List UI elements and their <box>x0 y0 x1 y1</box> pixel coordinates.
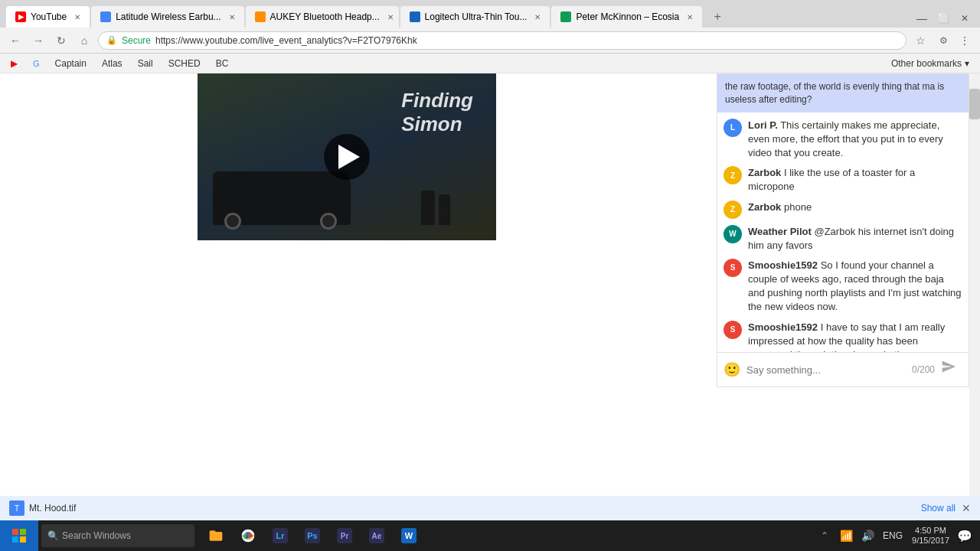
address-bar: ← → ↻ ⌂ 🔒 Secure https://www.youtube.com… <box>0 28 980 54</box>
tray-notification[interactable]: 💬 <box>956 520 974 551</box>
tray-volume[interactable]: 🔊 <box>858 520 877 551</box>
chat-text-smooshie2: Smooshie1592 I have to say that I am rea… <box>748 321 962 352</box>
taskbar-apps: Lr Ps Pr Ae W <box>198 520 427 551</box>
tray-date: 9/15/2017 <box>912 536 949 546</box>
bm-google[interactable]: G <box>28 57 44 70</box>
menu-button[interactable]: ⋮ <box>956 31 974 50</box>
play-button[interactable] <box>324 134 370 180</box>
send-button[interactable] <box>941 359 962 380</box>
taskbar-app-pr[interactable]: Pr <box>329 520 360 551</box>
svg-rect-0 <box>12 529 18 535</box>
video-brand-text: FindingSimon <box>401 89 473 136</box>
chat-input-field[interactable] <box>746 364 906 376</box>
chat-text-zarbok2: Zarbok phone <box>748 201 962 214</box>
tab-ecosia-close[interactable]: ✕ <box>687 13 693 21</box>
bm-other-label: Other bookmarks <box>891 58 962 69</box>
tab-ecosia-label: Peter McKinnon – Ecosia <box>576 11 679 22</box>
notification-filename: Mt. Hood.tif <box>29 503 76 514</box>
taskbar-app-ps[interactable]: Ps <box>297 520 328 551</box>
notification-close-button[interactable]: ✕ <box>962 502 971 514</box>
taskbar-file-explorer[interactable] <box>201 520 231 551</box>
bm-sched[interactable]: SCHED <box>164 57 205 70</box>
chat-text-lori: Lori P. This certainly makes me apprecia… <box>748 119 962 161</box>
bm-yt-icon: ▶ <box>11 58 18 69</box>
secure-icon: 🔒 <box>106 35 117 45</box>
tab-aukey-label: AUKEY Bluetooth Headp... <box>270 11 380 22</box>
taskbar-app-lightroom[interactable]: Lr <box>265 520 296 551</box>
svg-rect-3 <box>20 536 26 543</box>
bm-other-arrow: ▾ <box>965 58 969 69</box>
bm-sched-label: SCHED <box>168 58 201 69</box>
home-button[interactable]: ⌂ <box>75 31 93 50</box>
new-tab-button[interactable]: + <box>707 6 728 28</box>
show-all-button[interactable]: Show all <box>921 503 956 514</box>
tab-logitech[interactable]: Logitech Ultra-Thin Tou... ✕ <box>400 6 550 28</box>
bm-google-icon: G <box>33 59 40 68</box>
bm-bc[interactable]: BC <box>211 57 234 70</box>
taskbar: 🔍 Search Windows Lr Ps Pr Ae <box>0 520 980 551</box>
notification-bar: T Mt. Hood.tif Show all ✕ <box>0 496 980 520</box>
bm-captain-label: Captain <box>55 58 87 69</box>
tab-youtube-close[interactable]: ✕ <box>74 13 80 21</box>
bm-sail-label: Sail <box>138 58 153 69</box>
reload-button[interactable]: ↻ <box>52 31 70 50</box>
scrollbar-thumb[interactable] <box>969 89 980 119</box>
tray-chevron[interactable]: ⌃ <box>815 520 834 551</box>
tab-logitech-close[interactable]: ✕ <box>534 13 541 21</box>
avatar-smooshie2: S <box>724 321 742 339</box>
tray-language: ENG <box>880 530 906 541</box>
bm-sail[interactable]: Sail <box>133 57 158 70</box>
url-display: https://www.youtube.com/live_event_analy… <box>155 35 417 46</box>
bm-atlas[interactable]: Atlas <box>97 57 127 70</box>
taskbar-search[interactable]: 🔍 Search Windows <box>41 524 194 547</box>
chat-input-area: 🙂 0/200 <box>717 352 969 386</box>
bm-yt[interactable]: ▶ <box>6 57 22 70</box>
tab-aukey[interactable]: AUKEY Bluetooth Headp... ✕ <box>246 6 399 28</box>
tab-youtube-label: YouTube <box>31 11 67 22</box>
video-thumbnail[interactable]: FindingSimon <box>198 73 496 240</box>
bookmark-star[interactable]: ☆ <box>911 31 929 50</box>
browser-tabs: ▶ YouTube ✕ Latitude Wireless Earbu... ✕… <box>0 0 980 28</box>
address-input[interactable]: 🔒 Secure https://www.youtube.com/live_ev… <box>98 31 906 50</box>
avatar-lori: L <box>724 119 742 137</box>
restore-button[interactable]: ⬜ <box>934 9 952 28</box>
back-button[interactable]: ← <box>6 31 24 50</box>
bm-atlas-label: Atlas <box>102 58 122 69</box>
avatar-zarbok: Z <box>724 166 742 184</box>
close-window-button[interactable]: ✕ <box>956 9 974 28</box>
tray-time: 4:50 PM <box>912 526 949 536</box>
taskbar-app-ae[interactable]: Ae <box>361 520 392 551</box>
minimize-button[interactable]: — <box>913 9 931 28</box>
page-scrollbar[interactable] <box>969 73 980 520</box>
forward-button[interactable]: → <box>29 31 47 50</box>
bm-bc-label: BC <box>216 58 229 69</box>
chat-text-smooshie1: Smooshie1592 So I found your channel a c… <box>748 259 962 315</box>
chat-message-6: S Smooshie1592 I have to say that I am r… <box>724 321 962 352</box>
taskbar-app-word[interactable]: W <box>394 520 424 551</box>
chat-section: the raw footage, of the world is evenly … <box>717 73 969 387</box>
chat-text-zarbok1: Zarbok I like the use of a toaster for a… <box>748 166 962 194</box>
tab-aukey-close[interactable]: ✕ <box>387 13 394 21</box>
taskbar-chrome[interactable] <box>233 520 263 551</box>
chat-text-weather1: Weather Pilot @Zarbok his internet isn't… <box>748 225 962 253</box>
bm-other[interactable]: Other bookmarks ▾ <box>887 57 974 70</box>
extensions-button[interactable]: ⚙ <box>934 31 952 50</box>
video-section: FindingSimon <box>198 73 513 240</box>
bm-captain[interactable]: Captain <box>51 57 91 70</box>
emoji-button[interactable]: 🙂 <box>724 361 740 378</box>
tab-latitude-label: Latitude Wireless Earbu... <box>116 11 220 22</box>
bookmarks-bar: ▶ G Captain Atlas Sail SCHED BC Other bo… <box>0 54 980 73</box>
tab-logitech-label: Logitech Ultra-Thin Tou... <box>425 11 528 22</box>
tab-latitude-close[interactable]: ✕ <box>229 13 235 21</box>
tray-clock[interactable]: 4:50 PM 9/15/2017 <box>909 526 952 546</box>
svg-rect-1 <box>20 529 26 535</box>
tab-latitude[interactable]: Latitude Wireless Earbu... ✕ <box>91 6 243 28</box>
chat-message-4: W Weather Pilot @Zarbok his internet isn… <box>724 225 962 253</box>
tray-network[interactable]: 📶 <box>837 520 855 551</box>
chat-message-5: S Smooshie1592 So I found your channel a… <box>724 259 962 315</box>
chat-messages[interactable]: L Lori P. This certainly makes me apprec… <box>717 112 969 352</box>
start-button[interactable] <box>0 520 38 551</box>
tab-youtube[interactable]: ▶ YouTube ✕ <box>6 6 90 28</box>
tab-ecosia[interactable]: Peter McKinnon – Ecosia ✕ <box>551 6 702 28</box>
chat-message-2: Z Zarbok I like the use of a toaster for… <box>724 166 962 194</box>
